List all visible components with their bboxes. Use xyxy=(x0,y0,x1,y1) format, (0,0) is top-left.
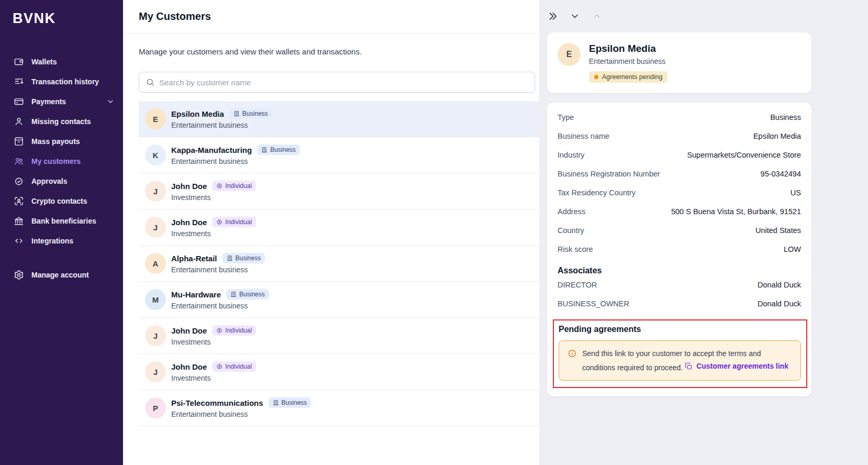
sidebar-item-transaction-history[interactable]: Transaction history xyxy=(0,72,123,92)
associates-title: Associates xyxy=(558,266,801,275)
missing-contact-icon xyxy=(14,116,24,127)
search-input[interactable] xyxy=(159,78,528,87)
customer-info: Epsilon MediaBusinessEntertainment busin… xyxy=(171,108,272,129)
sidebar-item-label: Payments xyxy=(31,97,66,106)
customer-row-kappa-manufacturing[interactable]: KKappa-ManufacturingBusinessEntertainmen… xyxy=(139,137,539,173)
wallet-icon xyxy=(14,57,24,67)
customer-type-badge: Business xyxy=(257,145,300,155)
customer-type-badge: Business xyxy=(229,108,272,119)
field-label: Industry xyxy=(558,151,585,159)
customer-type-badge-label: Individual xyxy=(225,363,252,370)
customer-type-badge-label: Business xyxy=(242,110,268,117)
field-value: Epsilon Media xyxy=(753,132,801,140)
customer-name: Mu-Hardware xyxy=(171,290,221,299)
sidebar-item-label: Integrations xyxy=(31,237,73,245)
customer-name: Epsilon Media xyxy=(589,43,667,54)
field-label: Business name xyxy=(558,132,609,140)
customer-row-epsilon-media[interactable]: EEpsilon MediaBusinessEntertainment busi… xyxy=(139,101,539,137)
sidebar-item-crypto-contacts[interactable]: Crypto contacts xyxy=(0,191,123,211)
customer-subtitle: Entertainment business xyxy=(171,302,269,310)
field-label: Business Registration Number xyxy=(558,170,660,178)
customer-subtitle: Entertainment business xyxy=(171,157,300,165)
customer-name: John Doe xyxy=(171,362,207,371)
main-content: My Customers Manage your customers and v… xyxy=(123,0,539,465)
customer-row-john-doe[interactable]: JJohn DoeIndividualInvestments xyxy=(139,354,539,390)
annotation-highlight: Pending agreements Send this link to you… xyxy=(553,319,807,388)
agreements-pending-badge-label: Agreements pending xyxy=(602,73,662,81)
sidebar-item-my-customers[interactable]: My customers xyxy=(0,151,123,171)
sidebar-item-bank-beneficiaries[interactable]: Bank beneficiaries xyxy=(0,211,123,231)
customer-name: Psi-Telecommunications xyxy=(171,398,263,407)
detail-row-business-registration-number: Business Registration Number95-0342494 xyxy=(558,164,801,183)
associate-row-director: DIRECTORDonald Duck xyxy=(558,275,801,294)
customer-row-psi-telecommunications[interactable]: PPsi-TelecommunicationsBusinessEntertain… xyxy=(139,390,539,426)
customer-info: John DoeIndividualInvestments xyxy=(171,361,256,382)
building-icon xyxy=(233,110,240,117)
associate-row-business-owner: BUSINESS_OWNERDonald Duck xyxy=(558,294,801,313)
next-customer-button[interactable] xyxy=(570,10,581,22)
associates-list: DIRECTORDonald DuckBUSINESS_OWNERDonald … xyxy=(558,275,801,313)
customer-agreements-link[interactable]: Customer agreements link xyxy=(685,361,788,371)
building-icon xyxy=(227,255,233,261)
bvnk-logo: BVNK xyxy=(0,0,123,27)
customer-row-john-doe[interactable]: JJohn DoeIndividualInvestments xyxy=(139,209,539,246)
info-icon xyxy=(567,349,577,358)
panel-toolbar xyxy=(539,0,868,32)
customer-avatar: J xyxy=(145,361,166,382)
customer-type-badge-label: Business xyxy=(270,146,296,153)
page-header: My Customers xyxy=(123,0,539,34)
field-value: 95-0342494 xyxy=(761,170,801,178)
sidebar-item-label: Transaction history xyxy=(31,78,99,86)
customer-row-alpha-retail[interactable]: AAlpha-RetailBusinessEntertainment busin… xyxy=(139,246,539,282)
sidebar-item-label: Bank beneficiaries xyxy=(31,217,96,225)
sidebar-item-approvals[interactable]: Approvals xyxy=(0,171,123,191)
sidebar-item-integrations[interactable]: Integrations xyxy=(0,231,123,251)
customer-profile-card: E Epsilon Media Entertainment business A… xyxy=(547,32,811,93)
customer-type-badge-label: Business xyxy=(282,399,307,406)
customer-profile-info: Epsilon Media Entertainment business Agr… xyxy=(589,43,667,83)
customer-avatar: M xyxy=(145,289,166,310)
copy-icon xyxy=(685,362,693,370)
customer-info: Kappa-ManufacturingBusinessEntertainment… xyxy=(171,145,300,165)
previous-customer-button[interactable] xyxy=(592,10,603,22)
customer-row-john-doe[interactable]: JJohn DoeIndividualInvestments xyxy=(139,173,539,209)
search-icon xyxy=(146,78,155,87)
field-value: Donald Duck xyxy=(758,281,801,289)
person-icon xyxy=(216,183,222,189)
detail-row-risk-score: Risk scoreLOW xyxy=(558,240,801,259)
person-icon xyxy=(216,327,222,334)
chevron-down-icon xyxy=(106,97,115,106)
building-icon xyxy=(230,291,237,297)
page-title: My Customers xyxy=(139,10,211,23)
field-label: Address xyxy=(558,207,585,216)
customer-type-badge: Business xyxy=(269,397,311,408)
agreements-pending-badge: Agreements pending xyxy=(589,71,667,83)
customer-avatar: J xyxy=(145,217,166,238)
customer-avatar: P xyxy=(145,397,166,418)
field-label: Tax Residency Country xyxy=(558,189,636,197)
sidebar-item-label: Mass payouts xyxy=(31,137,80,146)
customer-type-badge-label: Business xyxy=(239,291,265,298)
field-value: LOW xyxy=(784,245,801,253)
customer-info: John DoeIndividualInvestments xyxy=(171,217,256,238)
sidebar-item-payments[interactable]: Payments xyxy=(0,92,123,112)
double-chevron-right-icon xyxy=(548,11,559,21)
bank-icon xyxy=(14,216,24,226)
sidebar-item-missing-contacts[interactable]: Missing contacts xyxy=(0,112,123,131)
customer-avatar: K xyxy=(145,145,166,165)
sidebar-item-label: Manage account xyxy=(31,271,89,279)
customers-icon xyxy=(14,156,24,167)
building-icon xyxy=(261,147,268,153)
collapse-panel-button[interactable] xyxy=(548,10,559,22)
customer-row-john-doe[interactable]: JJohn DoeIndividualInvestments xyxy=(139,318,539,354)
pending-agreements-title: Pending agreements xyxy=(559,325,801,334)
customer-avatar: J xyxy=(145,181,166,202)
sidebar-item-manage-account[interactable]: Manage account xyxy=(0,265,123,285)
customer-row-mu-hardware[interactable]: MMu-HardwareBusinessEntertainment busine… xyxy=(139,282,539,318)
detail-row-type: TypeBusiness xyxy=(558,108,801,127)
customer-list: EEpsilon MediaBusinessEntertainment busi… xyxy=(139,101,539,426)
sidebar-item-wallets[interactable]: Wallets xyxy=(0,52,123,72)
customer-name-line: John DoeIndividual xyxy=(171,325,256,336)
field-label: Country xyxy=(558,226,584,235)
sidebar-item-mass-payouts[interactable]: Mass payouts xyxy=(0,131,123,151)
